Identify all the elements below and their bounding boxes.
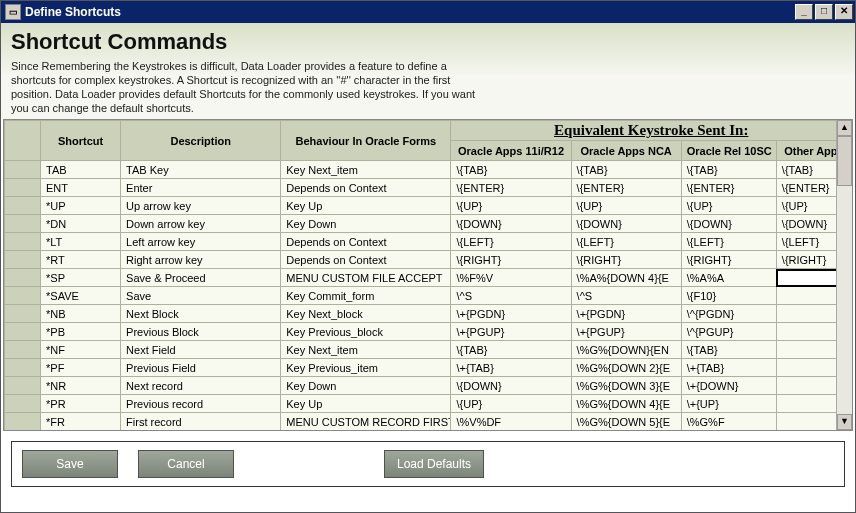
cell-behaviour[interactable]: Key Next_item: [281, 161, 451, 179]
cell-appsnca[interactable]: \%G%{DOWN}{EN: [571, 341, 681, 359]
cell-appsnca[interactable]: \{ENTER}: [571, 179, 681, 197]
cell-appsnca[interactable]: \%G%{DOWN 5}{E: [571, 413, 681, 431]
cell-apps11[interactable]: \+{TAB}: [451, 359, 571, 377]
cell-rel10sc[interactable]: \{UP}: [681, 197, 776, 215]
cell-shortcut[interactable]: ENT: [41, 179, 121, 197]
cell-description[interactable]: Next Field: [121, 341, 281, 359]
cell-description[interactable]: Next record: [121, 377, 281, 395]
cell-description[interactable]: Save: [121, 287, 281, 305]
cell-apps11[interactable]: \{RIGHT}: [451, 251, 571, 269]
row-handle[interactable]: [5, 377, 41, 395]
cell-description[interactable]: Up arrow key: [121, 197, 281, 215]
minimize-button[interactable]: _: [795, 4, 813, 20]
cell-appsnca[interactable]: \%G%{DOWN 4}{E: [571, 395, 681, 413]
cell-apps11[interactable]: \{ENTER}: [451, 179, 571, 197]
cell-appsnca[interactable]: \%G%{DOWN 3}{E: [571, 377, 681, 395]
cell-behaviour[interactable]: Key Down: [281, 215, 451, 233]
cell-description[interactable]: Previous record: [121, 395, 281, 413]
cell-appsnca[interactable]: \^S: [571, 287, 681, 305]
cell-behaviour[interactable]: Key Up: [281, 395, 451, 413]
cell-rel10sc[interactable]: \{LEFT}: [681, 233, 776, 251]
scroll-thumb[interactable]: [837, 136, 852, 186]
col-shortcut[interactable]: Shortcut: [41, 121, 121, 161]
table-row[interactable]: TABTAB KeyKey Next_item\{TAB}\{TAB}\{TAB…: [5, 161, 852, 179]
scroll-down-arrow-icon[interactable]: ▼: [837, 414, 852, 430]
cell-behaviour[interactable]: Key Up: [281, 197, 451, 215]
row-handle[interactable]: [5, 269, 41, 287]
cell-appsnca[interactable]: \%A%{DOWN 4}{E: [571, 269, 681, 287]
cell-shortcut[interactable]: *PF: [41, 359, 121, 377]
cell-apps11[interactable]: \{DOWN}: [451, 215, 571, 233]
col-description[interactable]: Description: [121, 121, 281, 161]
row-handle[interactable]: [5, 359, 41, 377]
cell-apps11[interactable]: \+{PGDN}: [451, 305, 571, 323]
cell-description[interactable]: Left arrow key: [121, 233, 281, 251]
table-row[interactable]: *FRFirst recordMENU CUSTOM RECORD FIRST\…: [5, 413, 852, 431]
table-row[interactable]: *NBNext BlockKey Next_block\+{PGDN}\+{PG…: [5, 305, 852, 323]
table-row[interactable]: *SPSave & ProceedMENU CUSTOM FILE ACCEPT…: [5, 269, 852, 287]
cell-appsnca[interactable]: \{LEFT}: [571, 233, 681, 251]
scroll-up-arrow-icon[interactable]: ▲: [837, 120, 852, 136]
cell-rel10sc[interactable]: \^{PGUP}: [681, 323, 776, 341]
cell-behaviour[interactable]: Depends on Context: [281, 179, 451, 197]
row-handle[interactable]: [5, 197, 41, 215]
cell-description[interactable]: Down arrow key: [121, 215, 281, 233]
shortcuts-grid[interactable]: Shortcut Description Behaviour In Oracle…: [4, 120, 852, 430]
cell-appsnca[interactable]: \{TAB}: [571, 161, 681, 179]
table-row[interactable]: *PFPrevious FieldKey Previous_item\+{TAB…: [5, 359, 852, 377]
cell-apps11[interactable]: \{LEFT}: [451, 233, 571, 251]
cell-behaviour[interactable]: Key Next_block: [281, 305, 451, 323]
save-button[interactable]: Save: [22, 450, 118, 478]
row-handle[interactable]: [5, 215, 41, 233]
row-handle[interactable]: [5, 323, 41, 341]
row-handle[interactable]: [5, 251, 41, 269]
table-row[interactable]: *PBPrevious BlockKey Previous_block\+{PG…: [5, 323, 852, 341]
cell-description[interactable]: Previous Field: [121, 359, 281, 377]
col-appsnca[interactable]: Oracle Apps NCA: [571, 141, 681, 161]
col-behaviour[interactable]: Behaviour In Oracle Forms: [281, 121, 451, 161]
cell-behaviour[interactable]: Depends on Context: [281, 233, 451, 251]
cancel-button[interactable]: Cancel: [138, 450, 234, 478]
cell-behaviour[interactable]: MENU CUSTOM RECORD FIRST: [281, 413, 451, 431]
cell-shortcut[interactable]: *LT: [41, 233, 121, 251]
cell-appsnca[interactable]: \{UP}: [571, 197, 681, 215]
cell-apps11[interactable]: \%F%V: [451, 269, 571, 287]
col-rel10sc[interactable]: Oracle Rel 10SC: [681, 141, 776, 161]
row-handle[interactable]: [5, 305, 41, 323]
cell-rel10sc[interactable]: \{RIGHT}: [681, 251, 776, 269]
cell-behaviour[interactable]: Key Previous_item: [281, 359, 451, 377]
close-button[interactable]: ✕: [835, 4, 853, 20]
cell-shortcut[interactable]: *FR: [41, 413, 121, 431]
cell-shortcut[interactable]: *SP: [41, 269, 121, 287]
cell-rel10sc[interactable]: \{TAB}: [681, 161, 776, 179]
cell-shortcut[interactable]: *SAVE: [41, 287, 121, 305]
cell-shortcut[interactable]: *NF: [41, 341, 121, 359]
table-row[interactable]: ENTEnterDepends on Context\{ENTER}\{ENTE…: [5, 179, 852, 197]
cell-shortcut[interactable]: *RT: [41, 251, 121, 269]
cell-rel10sc[interactable]: \+{DOWN}: [681, 377, 776, 395]
cell-shortcut[interactable]: *UP: [41, 197, 121, 215]
cell-rel10sc[interactable]: \+{UP}: [681, 395, 776, 413]
cell-rel10sc[interactable]: \{ENTER}: [681, 179, 776, 197]
table-row[interactable]: *RTRight arrow keyDepends on Context\{RI…: [5, 251, 852, 269]
cell-rel10sc[interactable]: \{TAB}: [681, 341, 776, 359]
cell-appsnca[interactable]: \+{PGDN}: [571, 305, 681, 323]
cell-appsnca[interactable]: \%G%{DOWN 2}{E: [571, 359, 681, 377]
table-row[interactable]: *NRNext recordKey Down\{DOWN}\%G%{DOWN 3…: [5, 377, 852, 395]
cell-behaviour[interactable]: Key Next_item: [281, 341, 451, 359]
table-row[interactable]: *NFNext FieldKey Next_item\{TAB}\%G%{DOW…: [5, 341, 852, 359]
cell-behaviour[interactable]: MENU CUSTOM FILE ACCEPT: [281, 269, 451, 287]
cell-appsnca[interactable]: \{DOWN}: [571, 215, 681, 233]
cell-rel10sc[interactable]: \{DOWN}: [681, 215, 776, 233]
cell-description[interactable]: Next Block: [121, 305, 281, 323]
cell-rel10sc[interactable]: \%G%F: [681, 413, 776, 431]
vertical-scrollbar[interactable]: ▲ ▼: [836, 120, 852, 430]
cell-apps11[interactable]: \+{PGUP}: [451, 323, 571, 341]
row-handle[interactable]: [5, 413, 41, 431]
row-handle[interactable]: [5, 341, 41, 359]
cell-shortcut[interactable]: *PB: [41, 323, 121, 341]
row-handle[interactable]: [5, 233, 41, 251]
row-handle[interactable]: [5, 161, 41, 179]
cell-behaviour[interactable]: Key Previous_block: [281, 323, 451, 341]
cell-description[interactable]: Save & Proceed: [121, 269, 281, 287]
